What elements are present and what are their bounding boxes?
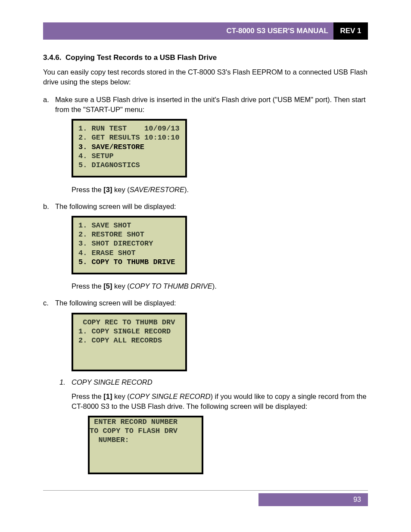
lcd-line: 1. COPY SINGLE RECORD bbox=[78, 327, 180, 336]
key-label: [1] bbox=[103, 392, 112, 400]
sub-step-list: 1.COPY SINGLE RECORD Press the [1] key (… bbox=[55, 377, 368, 474]
header-rev: REV 1 bbox=[333, 22, 368, 40]
sub-step-name: COPY SINGLE RECORD bbox=[72, 378, 153, 386]
step-marker: a. bbox=[43, 95, 55, 105]
step-c: c.The following screen will be displayed… bbox=[55, 298, 368, 474]
lcd-line: 2. RESTORE SHOT bbox=[78, 230, 180, 239]
footer-bar: 93 bbox=[43, 493, 368, 506]
section-heading: 3.4.6. Copying Test Records to a USB Fla… bbox=[43, 53, 368, 63]
sub-step-marker: 1. bbox=[59, 377, 72, 387]
step-text: The following screen will be displayed: bbox=[55, 299, 176, 307]
lcd-screen-copy-menu: COPY REC TO THUMB DRV 1. COPY SINGLE REC… bbox=[72, 313, 187, 371]
lcd-screen-startup: 1. RUN TEST 10/09/13 2. GET RESULTS 10:1… bbox=[72, 119, 187, 177]
step-marker: b. bbox=[43, 202, 55, 212]
intro-paragraph: You can easily copy test records stored … bbox=[43, 67, 368, 87]
section-title: Copying Test Records to a USB Flash Driv… bbox=[65, 53, 217, 62]
text: ). bbox=[184, 186, 189, 193]
menu-option: COPY TO THUMB DRIVE bbox=[130, 282, 212, 290]
lcd-line: 3. SHOT DIRECTORY bbox=[78, 239, 180, 248]
text: key ( bbox=[112, 392, 129, 400]
lcd-line: 4. SETUP bbox=[78, 152, 180, 161]
lcd-line: 3. SAVE/RESTORE bbox=[78, 143, 180, 152]
sub-step-1: 1.COPY SINGLE RECORD Press the [1] key (… bbox=[72, 377, 368, 474]
page-number: 93 bbox=[353, 493, 368, 506]
sub-step-title: 1.COPY SINGLE RECORD bbox=[72, 377, 368, 387]
step-text: The following screen will be displayed: bbox=[55, 202, 176, 210]
text: ). bbox=[212, 282, 217, 290]
lcd-screen-save-restore: 1. SAVE SHOT 2. RESTORE SHOT 3. SHOT DIR… bbox=[72, 216, 187, 274]
menu-option: SAVE/RESTORE bbox=[130, 186, 184, 193]
lcd-line: 1. RUN TEST 10/09/13 bbox=[78, 124, 180, 133]
page-header: CT-8000 S3 USER'S MANUAL REV 1 bbox=[43, 22, 368, 40]
step-b: b.The following screen will be displayed… bbox=[55, 202, 368, 292]
manual-page: CT-8000 S3 USER'S MANUAL REV 1 3.4.6. Co… bbox=[0, 0, 411, 532]
key-label: [5] bbox=[103, 282, 112, 290]
step-list: a.Make sure a USB Flash drive is inserte… bbox=[43, 95, 368, 474]
footer-divider bbox=[43, 490, 368, 491]
step-text: Make sure a USB Flash drive is inserted … bbox=[55, 96, 366, 113]
lcd-line: 1. SAVE SHOT bbox=[78, 221, 180, 230]
text: Press the bbox=[72, 282, 103, 290]
key-label: [3] bbox=[103, 186, 112, 193]
header-title: CT-8000 S3 USER'S MANUAL bbox=[43, 22, 333, 40]
lcd-line: 5. DIAGNOSTICS bbox=[78, 161, 180, 170]
lcd-line: COPY REC TO THUMB DRV bbox=[78, 318, 180, 327]
step-a: a.Make sure a USB Flash drive is inserte… bbox=[55, 95, 368, 195]
step-marker: c. bbox=[43, 298, 55, 308]
text: key ( bbox=[112, 186, 129, 193]
text: Press the bbox=[72, 186, 103, 193]
text: key ( bbox=[112, 282, 129, 290]
section-number: 3.4.6. bbox=[43, 53, 62, 62]
page-footer: 93 bbox=[43, 490, 368, 506]
lcd-line: 5. COPY TO THUMB DRIVE bbox=[78, 258, 180, 267]
text: Press the bbox=[72, 392, 103, 400]
footer-accent bbox=[258, 493, 353, 506]
step-instruction: Press the [3] key (SAVE/RESTORE). bbox=[72, 185, 368, 195]
lcd-line: 2. COPY ALL RECORDS bbox=[78, 336, 180, 345]
lcd-line: NUMBER: bbox=[90, 436, 202, 445]
lcd-screen-enter-record: ENTER RECORD NUMBER TO COPY TO FLASH DRV… bbox=[88, 416, 203, 474]
step-instruction: Press the [5] key (COPY TO THUMB DRIVE). bbox=[72, 281, 368, 291]
sub-step-paragraph: Press the [1] key (COPY SINGLE RECORD) i… bbox=[72, 392, 368, 411]
menu-option: COPY SINGLE RECORD bbox=[130, 392, 211, 400]
lcd-line: 4. ERASE SHOT bbox=[78, 249, 180, 258]
lcd-line: 2. GET RESULTS 10:10:10 bbox=[78, 133, 180, 142]
lcd-line: TO COPY TO FLASH DRV bbox=[90, 426, 202, 436]
lcd-line: ENTER RECORD NUMBER bbox=[90, 417, 202, 426]
